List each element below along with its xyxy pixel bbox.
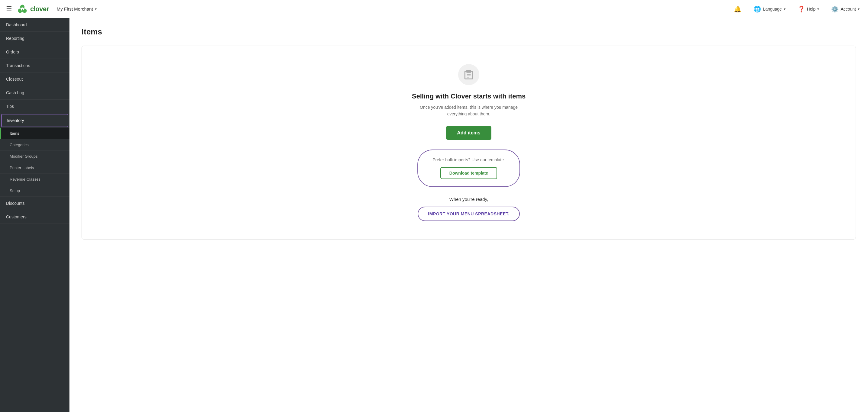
- items-empty-state-card: Selling with Clover starts with items On…: [82, 45, 856, 240]
- sidebar-subitem-items[interactable]: Items: [0, 128, 69, 139]
- language-chevron-icon: ▾: [784, 7, 785, 11]
- add-items-button[interactable]: Add items: [446, 126, 491, 140]
- clipboard-icon: [463, 69, 474, 81]
- when-ready-text: When you're ready,: [450, 197, 488, 202]
- svg-rect-4: [22, 9, 23, 12]
- help-label: Help: [807, 7, 816, 11]
- sidebar-item-discounts[interactable]: Discounts: [0, 197, 69, 210]
- sidebar-item-closeout[interactable]: Closeout: [0, 72, 69, 86]
- clipboard-icon-wrap: [458, 64, 479, 85]
- sidebar-subitem-categories[interactable]: Categories: [0, 139, 69, 151]
- sidebar-item-transactions[interactable]: Transactions: [0, 59, 69, 72]
- language-button[interactable]: 🌐 Language ▾: [751, 4, 788, 14]
- help-button[interactable]: ❓ Help ▾: [795, 4, 822, 14]
- sidebar-subitem-modifier-groups[interactable]: Modifier Groups: [0, 151, 69, 162]
- bulk-import-card: Prefer bulk imports? Use our template. D…: [417, 150, 520, 187]
- merchant-name: My First Merchant: [57, 6, 93, 11]
- notification-button[interactable]: 🔔: [732, 4, 744, 14]
- sidebar-subitem-revenue-classes[interactable]: Revenue Classes: [0, 174, 69, 185]
- import-spreadsheet-button[interactable]: IMPORT YOUR MENU SPREADSHEET.: [418, 207, 520, 221]
- page-title: Items: [82, 27, 856, 36]
- hamburger-menu-icon[interactable]: ☰: [6, 5, 12, 13]
- merchant-chevron-icon: ▾: [95, 7, 97, 11]
- sidebar: DashboardReportingOrdersTransactionsClos…: [0, 18, 69, 412]
- sidebar-group-inventory[interactable]: Inventory: [1, 114, 68, 127]
- sidebar-item-cash-log[interactable]: Cash Log: [0, 86, 69, 100]
- clover-symbol-icon: [17, 4, 28, 14]
- sidebar-item-tips[interactable]: Tips: [0, 100, 69, 113]
- items-subtext: Once you've added items, this is where y…: [420, 104, 518, 118]
- items-heading: Selling with Clover starts with items: [412, 92, 526, 100]
- download-template-button[interactable]: Download template: [440, 167, 497, 179]
- bell-icon: 🔔: [734, 5, 741, 13]
- globe-icon: 🌐: [753, 5, 761, 13]
- sidebar-subitem-setup[interactable]: Setup: [0, 185, 69, 197]
- sidebar-subitem-printer-labels[interactable]: Printer Labels: [0, 162, 69, 174]
- account-label: Account: [840, 7, 856, 11]
- sidebar-item-dashboard[interactable]: Dashboard: [0, 18, 69, 32]
- language-label: Language: [763, 7, 782, 11]
- sidebar-item-orders[interactable]: Orders: [0, 45, 69, 59]
- clover-logo[interactable]: clover: [17, 4, 49, 14]
- gear-icon: ⚙️: [831, 5, 839, 13]
- bulk-import-text: Prefer bulk imports? Use our template.: [433, 157, 505, 162]
- help-chevron-icon: ▾: [817, 7, 819, 11]
- main-content: Items Selling with Clover starts with it…: [69, 18, 868, 412]
- subtext-line2: everything about them.: [447, 112, 490, 116]
- help-circle-icon: ❓: [798, 5, 805, 13]
- merchant-selector[interactable]: My First Merchant ▾: [54, 4, 100, 13]
- account-button[interactable]: ⚙️ Account ▾: [829, 4, 862, 14]
- subtext-line1: Once you've added items, this is where y…: [420, 105, 518, 109]
- topnav: ☰ clover My First Merchant ▾ 🔔 🌐 Languag…: [0, 0, 868, 18]
- clover-logo-text: clover: [30, 5, 49, 13]
- sidebar-item-customers[interactable]: Customers: [0, 210, 69, 224]
- sidebar-item-reporting[interactable]: Reporting: [0, 32, 69, 45]
- account-chevron-icon: ▾: [858, 7, 860, 11]
